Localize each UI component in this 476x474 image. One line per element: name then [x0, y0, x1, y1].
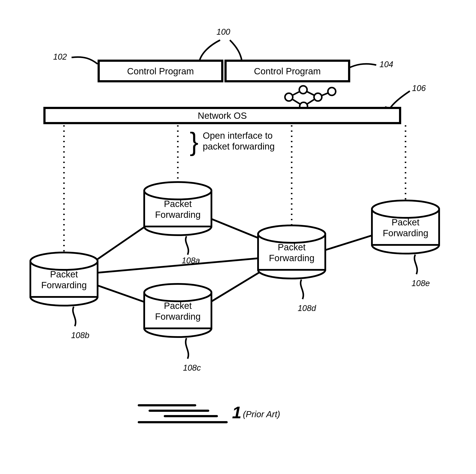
svg-point-38 — [30, 252, 98, 270]
svg-line-22 — [93, 258, 262, 273]
pf-node-108e: Packet Forwarding — [372, 200, 439, 254]
ref-102: 102 — [53, 52, 67, 61]
svg-point-26 — [144, 182, 211, 199]
pf-108d-line1: Packet — [278, 242, 306, 252]
svg-point-8 — [299, 86, 307, 94]
control-program-left: Control Program — [99, 61, 222, 81]
ref-104: 104 — [379, 60, 393, 69]
svg-line-21 — [321, 234, 376, 251]
svg-point-30 — [372, 200, 439, 218]
pf-node-108c: Packet Forwarding — [144, 284, 211, 337]
brace-icon: } — [190, 127, 198, 156]
caption-suffix: (Prior Art) — [243, 409, 280, 419]
ref-108c: 108c — [183, 363, 201, 372]
control-program-right: Control Program — [225, 61, 349, 81]
leader-100-right — [230, 40, 242, 61]
cp-left-label: Control Program — [127, 66, 194, 76]
leader-104 — [348, 64, 376, 68]
cp-right-label: Control Program — [254, 66, 321, 76]
pf-108b-line1: Packet — [50, 269, 78, 279]
pf-108a-line2: Forwarding — [155, 210, 201, 220]
pf-108c-line1: Packet — [164, 301, 192, 311]
figure-caption: 1 (Prior Art) — [139, 403, 280, 422]
pf-ref-leaders — [73, 236, 417, 359]
svg-point-42 — [144, 284, 211, 301]
pf-108b-line2: Forwarding — [41, 280, 87, 290]
pf-108d-line2: Forwarding — [269, 253, 314, 263]
pf-node-108b: Packet Forwarding — [30, 252, 98, 306]
ref-108a: 108a — [182, 256, 200, 265]
pf-108a-line1: Packet — [164, 199, 192, 209]
interface-line2: packet forwarding — [203, 141, 275, 151]
data-links — [87, 217, 376, 303]
svg-point-11 — [328, 88, 336, 95]
ref-108d: 108d — [298, 304, 316, 313]
pf-108e-line2: Forwarding — [383, 228, 428, 238]
pf-node-108d: Packet Forwarding — [258, 225, 325, 278]
ref-100: 100 — [216, 27, 230, 36]
ref-108b: 108b — [71, 331, 90, 340]
fig-number: 1 — [232, 403, 241, 422]
pf-node-108a: Packet Forwarding — [144, 182, 211, 235]
pf-108e-line1: Packet — [392, 217, 420, 227]
interface-line1: Open interface to — [203, 131, 272, 141]
ref-108e: 108e — [412, 279, 430, 288]
mini-graph-icon — [285, 86, 336, 110]
svg-point-7 — [285, 93, 293, 101]
svg-point-34 — [258, 225, 325, 243]
ref-106: 106 — [412, 84, 426, 93]
svg-point-10 — [314, 93, 322, 101]
network-os: Network OS — [44, 108, 400, 123]
network-os-label: Network OS — [198, 111, 247, 121]
leader-100-left — [200, 40, 220, 61]
leader-102 — [71, 57, 98, 64]
svg-line-19 — [93, 284, 149, 303]
pf-108c-line2: Forwarding — [155, 311, 201, 322]
